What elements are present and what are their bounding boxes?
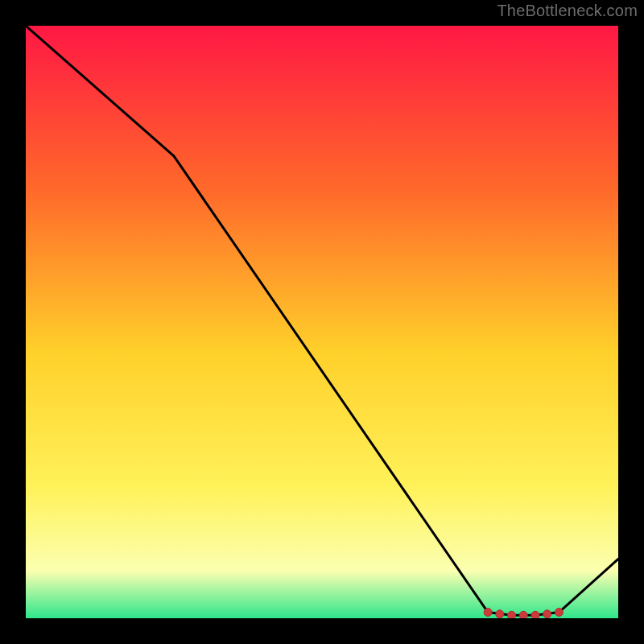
plot-area bbox=[26, 26, 618, 618]
marker-dot bbox=[519, 611, 527, 618]
marker-dot bbox=[555, 609, 563, 617]
heat-gradient-rect bbox=[26, 26, 618, 618]
marker-dot bbox=[543, 610, 551, 618]
marker-dot bbox=[531, 611, 539, 618]
marker-dot bbox=[484, 609, 492, 617]
marker-dot bbox=[496, 610, 504, 618]
marker-dot bbox=[508, 611, 516, 618]
watermark-text: TheBottleneck.com bbox=[497, 2, 638, 20]
chart-svg bbox=[26, 26, 618, 618]
chart-frame: TheBottleneck.com bbox=[0, 0, 644, 644]
